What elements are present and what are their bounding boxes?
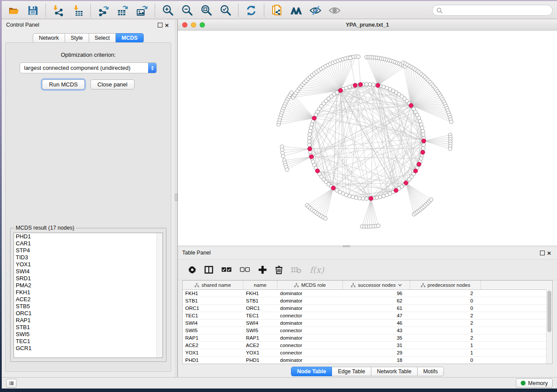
show-task-history-button[interactable]	[6, 379, 17, 388]
cell-successor-nodes[interactable]: 31	[343, 343, 410, 348]
tab-mcds[interactable]: MCDS	[116, 33, 144, 43]
network-node[interactable]	[375, 196, 379, 199]
network-node[interactable]	[354, 196, 358, 199]
cell-name[interactable]: YOX1	[243, 350, 277, 355]
zoom-out-button[interactable]	[180, 4, 194, 17]
zoom-fit-button[interactable]	[200, 4, 213, 17]
network-node[interactable]	[372, 83, 375, 86]
mcds-result-item[interactable]: FKH1	[14, 289, 163, 296]
network-node[interactable]	[310, 123, 314, 126]
mcds-hub-node[interactable]	[422, 139, 426, 143]
cell-name[interactable]: TEC1	[243, 313, 277, 318]
mcds-hub-node[interactable]	[339, 88, 343, 93]
cell-name[interactable]: ACE2	[243, 343, 277, 348]
scrollbar-thumb[interactable]	[547, 291, 551, 332]
network-window-titlebar[interactable]: YPA_prune.txt_1	[178, 19, 557, 31]
cell-predecessor-nodes[interactable]: 0	[410, 358, 481, 363]
cell-mcds-role[interactable]: dominator	[277, 306, 343, 311]
mcds-result-item[interactable]: STP4	[14, 247, 163, 254]
optimization-criterion-select[interactable]: largest connected component (undirected)	[20, 62, 157, 73]
close-panel-button[interactable]: ×	[546, 249, 553, 256]
tab-network[interactable]: Network	[33, 33, 65, 43]
cell-shared-name[interactable]: YOX1	[183, 350, 243, 355]
deselect-all-rows-button[interactable]	[240, 267, 250, 272]
mcds-result-item[interactable]: RAP1	[14, 317, 163, 324]
table-row[interactable]: RAP1RAP1dominator352	[183, 334, 552, 342]
table-scrollbar[interactable]	[546, 289, 552, 364]
import-table-button[interactable]	[71, 4, 84, 17]
network-node[interactable]	[382, 194, 385, 198]
show-columns-button[interactable]	[204, 266, 213, 274]
minimize-window-icon[interactable]	[191, 22, 196, 28]
cell-mcds-role[interactable]: dominator	[277, 335, 343, 340]
cell-name[interactable]: ORC1	[243, 306, 277, 311]
cell-shared-name[interactable]: FKH1	[183, 291, 243, 296]
cell-predecessor-nodes[interactable]: 1	[410, 350, 481, 355]
mcds-hub-node[interactable]	[404, 181, 408, 185]
splitter-handle[interactable]	[175, 194, 177, 201]
run-mcds-button[interactable]: Run MCDS	[42, 79, 85, 89]
cell-mcds-role[interactable]: dominator	[277, 320, 343, 326]
cell-predecessor-nodes[interactable]: 2	[410, 313, 481, 318]
cell-predecessor-nodes[interactable]: 1	[410, 343, 481, 348]
network-node[interactable]	[420, 126, 424, 130]
mcds-result-item[interactable]: STB5	[14, 303, 163, 310]
zoom-in-button[interactable]	[161, 4, 174, 17]
cell-successor-nodes[interactable]: 43	[343, 328, 410, 333]
mcds-result-item[interactable]: PMA2	[14, 282, 163, 289]
cell-shared-name[interactable]: ORC1	[183, 306, 243, 311]
apply-layout-button[interactable]	[245, 4, 258, 17]
cell-successor-nodes[interactable]: 29	[343, 350, 410, 355]
clone-network-button[interactable]	[270, 4, 284, 17]
table-row[interactable]: YOX1YOX1connector291	[183, 349, 552, 357]
table-row[interactable]: FKH1FKH1dominator962	[183, 290, 552, 297]
cell-predecessor-nodes[interactable]: 2	[410, 291, 481, 296]
network-node[interactable]	[308, 136, 311, 140]
vertical-splitter[interactable]	[175, 19, 178, 377]
mcds-hub-node[interactable]	[413, 169, 418, 173]
float-panel-button[interactable]	[156, 21, 163, 28]
mcds-result-item[interactable]: STB1	[14, 324, 163, 331]
close-window-icon[interactable]	[182, 22, 187, 28]
cell-shared-name[interactable]: PHD1	[183, 358, 243, 363]
mcds-result-item[interactable]: TID3	[14, 254, 163, 261]
cell-mcds-role[interactable]: dominator	[277, 298, 343, 303]
cell-predecessor-nodes[interactable]: 2	[410, 335, 481, 340]
network-node[interactable]	[382, 85, 385, 89]
hide-graphics-details-button[interactable]	[309, 4, 322, 17]
float-panel-button[interactable]	[539, 249, 546, 256]
network-node[interactable]	[344, 193, 348, 196]
memory-button[interactable]: Memory	[516, 378, 553, 388]
tab-edge-table[interactable]: Edge Table	[332, 367, 371, 376]
table-settings-button[interactable]	[188, 266, 196, 274]
cell-successor-nodes[interactable]: 18	[343, 358, 410, 363]
table-row[interactable]: TEC1TEC1connector472	[183, 312, 552, 320]
cell-mcds-role[interactable]: connector	[277, 343, 343, 348]
cell-predecessor-nodes[interactable]: 0	[410, 298, 481, 303]
network-node[interactable]	[358, 196, 361, 200]
zoom-selected-button[interactable]	[219, 4, 232, 17]
cell-shared-name[interactable]: TEC1	[183, 313, 243, 318]
cell-predecessor-nodes[interactable]: 0	[410, 306, 481, 311]
open-session-button[interactable]	[7, 4, 20, 17]
network-node[interactable]	[309, 126, 313, 130]
cell-name[interactable]: STB1	[243, 298, 277, 303]
mcds-hub-node[interactable]	[409, 103, 413, 108]
cell-successor-nodes[interactable]: 61	[343, 306, 410, 311]
table-row[interactable]: SWI4SWI4dominator462	[183, 320, 552, 327]
list-scrollbar[interactable]	[156, 233, 163, 358]
cell-successor-nodes[interactable]: 96	[343, 291, 410, 296]
mcds-result-item[interactable]: YOX1	[14, 261, 163, 268]
network-node[interactable]	[422, 147, 425, 150]
cell-name[interactable]: RAP1	[243, 335, 277, 340]
mcds-result-item[interactable]: PHD1	[14, 233, 163, 240]
mcds-hub-node[interactable]	[353, 83, 357, 88]
cell-shared-name[interactable]: SWI4	[183, 320, 243, 326]
mcds-hub-node[interactable]	[359, 83, 363, 87]
cell-predecessor-nodes[interactable]: 2	[410, 320, 481, 326]
network-node[interactable]	[324, 217, 327, 220]
tab-motifs[interactable]: Motifs	[418, 367, 444, 376]
column-header-shared-name[interactable]: shared name	[183, 281, 243, 289]
table-row[interactable]: ACE2ACE2connector311	[183, 342, 552, 349]
network-node[interactable]	[429, 198, 433, 201]
